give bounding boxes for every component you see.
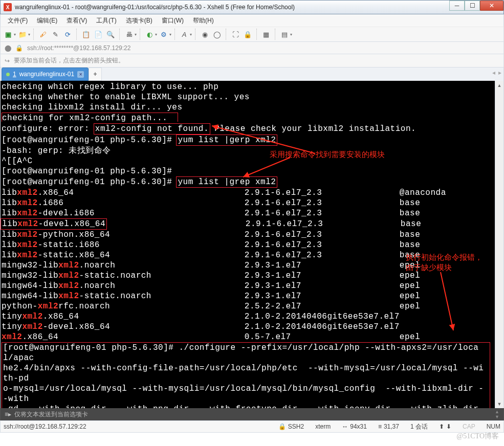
reconnect-button[interactable]: 🖋	[37, 29, 49, 40]
status-connection: ssh://root@192.168.57.129:22	[4, 423, 86, 430]
lock-icon: 🔒	[15, 44, 23, 52]
menu-help[interactable]: 帮助(H)	[190, 15, 217, 26]
fullscreen-button[interactable]: ⛶	[230, 29, 241, 40]
tab-index: 1	[13, 71, 16, 78]
layout-button[interactable]: ▤	[279, 29, 290, 40]
status-pos: 31,37	[384, 423, 399, 430]
address-bar: ⬤ 🔒 ssh://root:********@192.168.57.129:2…	[0, 42, 504, 54]
status-size: 94x31	[350, 423, 367, 430]
status-dot-icon	[6, 73, 10, 76]
encoding-button[interactable]: ⚙	[158, 29, 169, 40]
terminal-output[interactable]: checking which regex library to use... p…	[1, 81, 503, 408]
lock-button[interactable]: 🔒	[242, 29, 253, 40]
hint-arrow-icon[interactable]: ↪	[5, 57, 10, 64]
address-text[interactable]: ssh://root:********@192.168.57.129:22	[27, 44, 130, 52]
color-scheme-button[interactable]: ◐	[144, 29, 155, 40]
status-ssh: SSH2	[288, 423, 304, 430]
info-bar: ↪ 要添加当前会话，点击左侧的箭头按钮。	[0, 54, 504, 68]
tab-close-button[interactable]: ×	[77, 71, 84, 78]
toolbar: ▣▾ 📁▾ 🖋 ✎ ⟳ 📋 📄 🔍 🖶▾ ◐▾ ⚙▾ A▾ ◉ ◯ ⛶ 🔒 ▦ …	[0, 27, 504, 42]
bullet-icon: ⬤	[5, 44, 11, 52]
menu-tools[interactable]: 工具(T)	[93, 15, 119, 26]
tab-bar: 1 wangruifenglinux-01 × + ◂ ▸	[0, 68, 504, 81]
properties-button[interactable]: ⟳	[62, 29, 73, 40]
menu-view[interactable]: 查看(V)	[63, 15, 90, 26]
menu-bar: 文件(F) 编辑(E) 查看(V) 工具(T) 选项卡(B) 窗口(W) 帮助(…	[0, 14, 504, 27]
tab-label: wangruifenglinux-01	[19, 71, 74, 78]
terminal-scrollbar[interactable]: ▲ ▼	[495, 81, 503, 408]
send-bar[interactable]: ≡▸ 仅将文本发送到当前选项卡 ▲▼	[0, 408, 504, 420]
close-button[interactable]: ✕	[480, 1, 503, 11]
send-dropdown-button[interactable]: ▲▼	[495, 409, 499, 419]
minimize-button[interactable]: ─	[449, 1, 465, 11]
watermark: @51CTO博客	[456, 432, 499, 441]
send-text: 仅将文本发送到当前选项卡	[14, 410, 88, 419]
pos-icon: ≡	[378, 423, 382, 430]
disconnect-button[interactable]: ✎	[50, 29, 61, 40]
menu-tab[interactable]: 选项卡(B)	[123, 15, 156, 26]
transparent-button[interactable]: ▦	[260, 29, 272, 40]
tab-next-button[interactable]: ▸	[498, 69, 501, 76]
status-term: xterm	[315, 423, 331, 430]
status-sessions: 1 会话	[410, 422, 428, 431]
menu-edit[interactable]: 编辑(E)	[34, 15, 60, 26]
ssh-icon: 🔒	[278, 423, 286, 430]
new-session-button[interactable]: ▣	[3, 29, 14, 40]
app-icon: X	[4, 3, 12, 11]
terminal-pane[interactable]: checking which regex library to use... p…	[0, 81, 504, 408]
window-titlebar: X wangruifenglinux-01 - root@wangruifeng…	[0, 0, 504, 14]
menu-file[interactable]: 文件(F)	[5, 15, 31, 26]
copy-button[interactable]: 📋	[80, 29, 92, 40]
open-button[interactable]: 📁	[17, 29, 28, 40]
size-icon: ↔	[342, 423, 348, 430]
status-cap: CAP	[463, 423, 475, 430]
paste-button[interactable]: 📄	[93, 29, 104, 40]
font-button[interactable]: A	[179, 29, 190, 40]
print-button[interactable]: 🖶	[123, 29, 135, 40]
net-up-icon: ⬆	[439, 423, 444, 430]
run-script-button[interactable]: ◉	[199, 29, 210, 40]
scroll-up-button[interactable]: ▲	[495, 81, 503, 90]
find-button[interactable]: 🔍	[105, 29, 116, 40]
stop-script-button[interactable]: ◯	[211, 29, 223, 40]
maximize-button[interactable]: ☐	[465, 1, 480, 11]
net-dn-icon: ⬇	[446, 423, 451, 430]
tab-prev-button[interactable]: ◂	[492, 69, 495, 76]
tab-add-button[interactable]: +	[89, 68, 102, 81]
window-title: wangruifenglinux-01 - root@wangruifeng-0…	[15, 4, 295, 11]
menu-window[interactable]: 窗口(W)	[159, 15, 187, 26]
info-text: 要添加当前会话，点击左侧的箭头按钮。	[14, 56, 124, 65]
status-num: NUM	[487, 423, 500, 430]
scroll-down-button[interactable]: ▼	[495, 399, 503, 408]
send-icon[interactable]: ≡▸	[5, 411, 11, 418]
session-tab-active[interactable]: 1 wangruifenglinux-01 ×	[2, 68, 89, 81]
status-bar: ssh://root@192.168.57.129:22 🔒SSH2 xterm…	[0, 420, 504, 433]
